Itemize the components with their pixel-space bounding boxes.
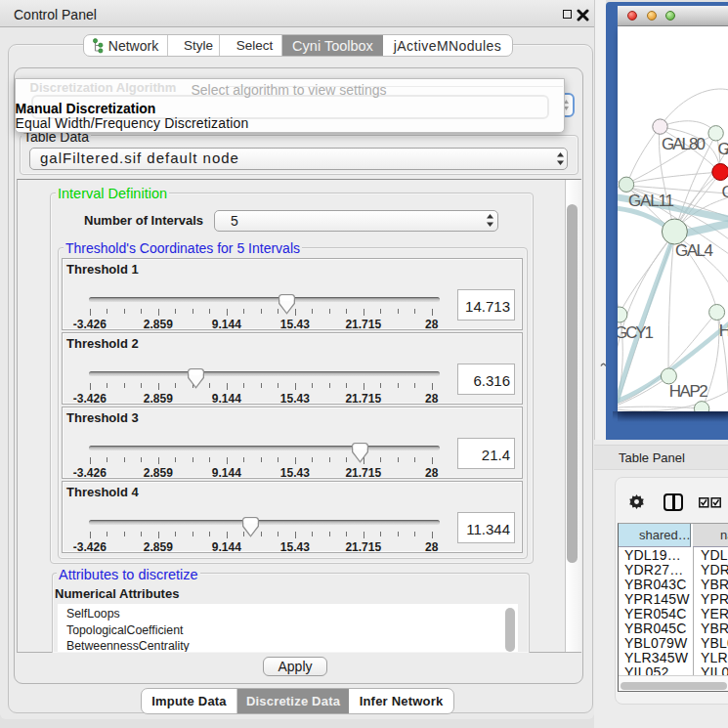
svg-text:HAP2: HAP2 [669, 382, 708, 401]
svg-text:C: C [722, 183, 728, 201]
svg-text:GA: GA [718, 140, 728, 158]
svg-text:GAL80: GAL80 [662, 135, 706, 153]
svg-text:H: H [719, 321, 728, 340]
svg-text:GCY1: GCY1 [618, 323, 654, 342]
svg-text:GAL11: GAL11 [628, 192, 674, 210]
svg-text:GAL4: GAL4 [675, 241, 713, 260]
